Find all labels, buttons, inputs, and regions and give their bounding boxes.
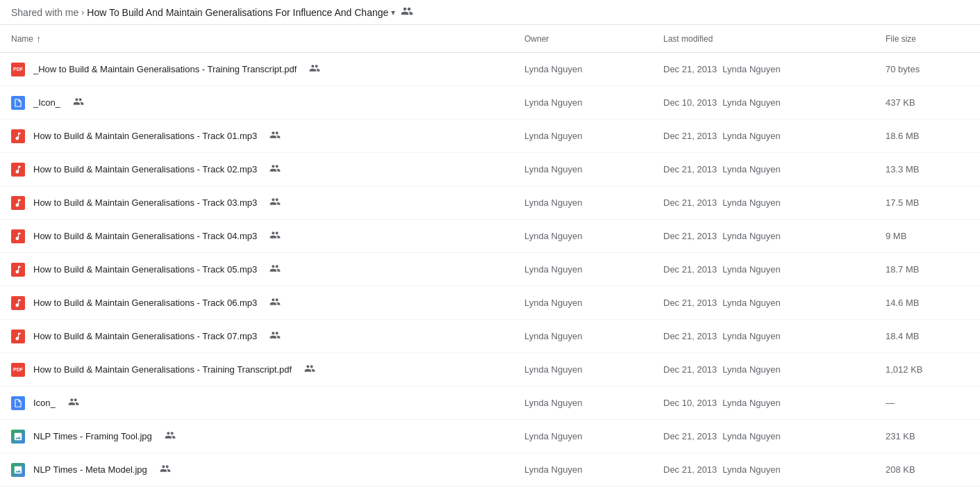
file-icon — [11, 129, 25, 143]
table-row[interactable]: Icon_ Lynda Nguyen Dec 10, 2013 Lynda Ng… — [0, 387, 980, 420]
size-cell: 208 KB — [886, 464, 969, 475]
size-cell: 9 MB — [886, 231, 969, 241]
file-icon — [11, 96, 25, 110]
modified-cell: Dec 21, 2013 Lynda Nguyen — [663, 164, 886, 174]
shared-icon — [68, 396, 79, 409]
doc-icon — [11, 396, 25, 410]
table-row[interactable]: PDF _How to Build & Maintain Generalisat… — [0, 53, 980, 86]
table-row[interactable]: How to Build & Maintain Generalisations … — [0, 220, 980, 253]
modified-date: Dec 21, 2013 — [663, 464, 717, 475]
table-row[interactable]: How to Build & Maintain Generalisations … — [0, 253, 980, 286]
owner-cell: Lynda Nguyen — [524, 264, 663, 275]
shared-icon — [309, 63, 320, 76]
shared-icon — [269, 129, 281, 143]
modified-date: Dec 21, 2013 — [663, 197, 717, 208]
file-name: NLP Times - Framing Tool.jpg — [33, 431, 152, 441]
file-icon — [11, 196, 25, 210]
modified-by: Lynda Nguyen — [722, 264, 780, 275]
column-size-header[interactable]: File size — [886, 34, 969, 44]
modified-date: Dec 21, 2013 — [663, 364, 717, 375]
owner-cell: Lynda Nguyen — [524, 231, 663, 241]
modified-cell: Dec 21, 2013 Lynda Nguyen — [663, 131, 886, 141]
shared-icon — [165, 430, 176, 443]
size-cell: 13.3 MB — [886, 164, 969, 174]
modified-cell: Dec 10, 2013 Lynda Nguyen — [663, 398, 886, 408]
breadcrumb-dropdown-icon[interactable]: ▾ — [391, 8, 395, 17]
image-icon — [11, 430, 25, 444]
file-name: How to Build & Maintain Generalisations … — [33, 131, 257, 141]
file-name-cell: _Icon_ — [11, 96, 524, 110]
table-row[interactable]: How to Build & Maintain Generalisations … — [0, 120, 980, 153]
modified-cell: Dec 21, 2013 Lynda Nguyen — [663, 197, 886, 208]
file-name: How to Build & Maintain Generalisations … — [33, 331, 257, 341]
size-cell: 1,012 KB — [886, 364, 969, 375]
modified-date: Dec 21, 2013 — [663, 298, 717, 308]
modified-date: Dec 21, 2013 — [663, 331, 717, 341]
shared-icon — [304, 363, 315, 376]
table-header: Name ↑ Owner Last modified File size — [0, 25, 980, 53]
modified-by: Lynda Nguyen — [722, 398, 780, 408]
size-cell: 231 KB — [886, 431, 969, 441]
file-name: How to Build & Maintain Generalisations … — [33, 164, 257, 174]
file-icon — [11, 330, 25, 343]
modified-date: Dec 21, 2013 — [663, 231, 717, 241]
file-name-cell: How to Build & Maintain Generalisations … — [11, 296, 524, 310]
owner-cell: Lynda Nguyen — [524, 431, 663, 441]
size-cell: 437 KB — [886, 97, 969, 108]
modified-cell: Dec 21, 2013 Lynda Nguyen — [663, 64, 886, 74]
table-row[interactable]: How to Build & Maintain Generalisations … — [0, 153, 980, 186]
folder-share-icon[interactable] — [401, 5, 413, 19]
file-name-cell: Icon_ — [11, 396, 524, 410]
column-name-header[interactable]: Name ↑ — [11, 33, 524, 44]
file-name-cell: How to Build & Maintain Generalisations … — [11, 229, 524, 243]
breadcrumb-shared-link[interactable]: Shared with me — [11, 7, 78, 18]
modified-date: Dec 21, 2013 — [663, 64, 717, 74]
image-icon — [11, 463, 25, 477]
shared-icon — [269, 296, 281, 309]
mp3-icon — [11, 196, 25, 210]
modified-by: Lynda Nguyen — [722, 131, 780, 141]
modified-date: Dec 21, 2013 — [663, 164, 717, 174]
column-modified-header[interactable]: Last modified — [663, 34, 886, 44]
shared-icon — [269, 330, 281, 343]
pdf-icon: PDF — [11, 63, 25, 76]
size-cell: 18.7 MB — [886, 264, 969, 275]
table-row[interactable]: How to Build & Maintain Generalisations … — [0, 320, 980, 353]
table-row[interactable]: PDF How to Build & Maintain Generalisati… — [0, 353, 980, 387]
sort-ascending-icon: ↑ — [36, 33, 41, 44]
file-name-cell: How to Build & Maintain Generalisations … — [11, 129, 524, 143]
mp3-icon — [11, 263, 25, 277]
column-owner-header[interactable]: Owner — [524, 34, 663, 44]
size-cell: 14.6 MB — [886, 298, 969, 308]
shared-icon — [269, 196, 281, 209]
file-icon — [11, 296, 25, 310]
table-row[interactable]: How to Build & Maintain Generalisations … — [0, 286, 980, 320]
owner-cell: Lynda Nguyen — [524, 164, 663, 174]
table-row[interactable]: How to Build & Maintain Generalisations … — [0, 186, 980, 220]
modified-by: Lynda Nguyen — [722, 464, 780, 475]
modified-by: Lynda Nguyen — [722, 431, 780, 441]
modified-cell: Dec 21, 2013 Lynda Nguyen — [663, 264, 886, 275]
file-icon — [11, 263, 25, 277]
file-list: PDF _How to Build & Maintain Generalisat… — [0, 53, 980, 487]
breadcrumb-current-folder: How To Build And Maintain Generalisation… — [87, 7, 388, 18]
table-row[interactable]: NLP Times - Framing Tool.jpg Lynda Nguye… — [0, 420, 980, 453]
modified-date: Dec 21, 2013 — [663, 431, 717, 441]
mp3-icon — [11, 330, 25, 343]
breadcrumb: Shared with me › How To Build And Mainta… — [0, 0, 980, 25]
file-name: How to Build & Maintain Generalisations … — [33, 231, 257, 241]
modified-by: Lynda Nguyen — [722, 231, 780, 241]
owner-cell: Lynda Nguyen — [524, 131, 663, 141]
table-row[interactable]: _Icon_ Lynda Nguyen Dec 10, 2013 Lynda N… — [0, 86, 980, 120]
file-name-cell: PDF How to Build & Maintain Generalisati… — [11, 363, 524, 377]
modified-date: Dec 21, 2013 — [663, 131, 717, 141]
modified-by: Lynda Nguyen — [722, 97, 780, 108]
table-row[interactable]: NLP Times - Meta Model.jpg Lynda Nguyen … — [0, 453, 980, 487]
file-name: How to Build & Maintain Generalisations … — [33, 364, 292, 375]
file-icon: PDF — [11, 63, 25, 76]
shared-icon — [269, 163, 281, 176]
mp3-icon — [11, 129, 25, 143]
file-name-cell: How to Build & Maintain Generalisations … — [11, 330, 524, 343]
file-icon — [11, 396, 25, 410]
file-name-cell: PDF _How to Build & Maintain Generalisat… — [11, 63, 524, 76]
